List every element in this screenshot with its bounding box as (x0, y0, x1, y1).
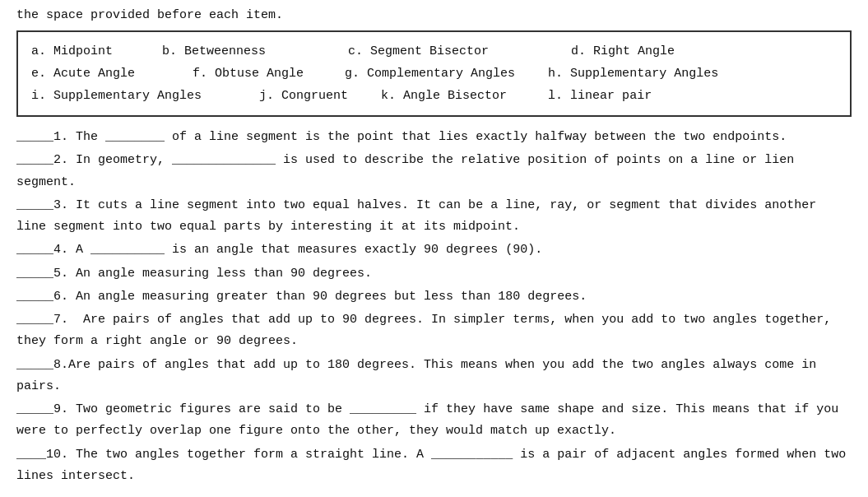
q9-blank-prefix: _____ (16, 402, 53, 416)
q8-number: 8. (53, 358, 68, 372)
q2-text: In geometry, ______________ is used to d… (16, 153, 794, 188)
q8-text: Are pairs of angles that add up to 180 d… (16, 358, 816, 393)
question-6: _____6. An angle measuring greater than … (16, 286, 852, 308)
question-5: _____5. An angle measuring less than 90 … (16, 263, 852, 285)
question-10: ____10. The two angles together form a s… (16, 444, 852, 488)
q8-blank-prefix: _____ (16, 358, 53, 372)
q6-text: An angle measuring greater than 90 degre… (76, 290, 587, 304)
q3-number: 3. (53, 198, 68, 212)
q4-text: A __________ is an angle that measures e… (76, 243, 542, 257)
word-bank-item-h: h. Supplementary Angles (548, 63, 718, 85)
word-bank-item-f: f. Obtuse Angle (193, 63, 304, 85)
word-bank: a. Midpoint b. Betweenness c. Segment Bi… (16, 30, 852, 117)
intro-content: the space provided before each item. (16, 8, 283, 22)
word-bank-item-b: b. Betweenness (162, 40, 266, 63)
q5-blank-prefix: _____ (16, 267, 53, 281)
word-bank-row-1: a. Midpoint b. Betweenness c. Segment Bi… (31, 40, 837, 63)
q2-number: 2. (53, 153, 68, 167)
q5-number: 5. (53, 267, 68, 281)
word-bank-item-e: e. Acute Angle (31, 63, 135, 85)
question-1: _____1. The ________ of a line segment i… (16, 127, 852, 148)
q10-number: 10. (46, 448, 68, 462)
q3-blank-prefix: _____ (16, 198, 53, 212)
question-2: _____2. In geometry, ______________ is u… (16, 150, 852, 193)
questions-section: _____1. The ________ of a line segment i… (16, 127, 852, 487)
q6-blank-prefix: _____ (16, 290, 53, 304)
question-4: _____4. A __________ is an angle that me… (16, 239, 852, 261)
word-bank-item-a: a. Midpoint (31, 40, 113, 63)
question-9: _____9. Two geometric figures are said t… (16, 399, 852, 443)
q7-blank-prefix: _____ (16, 313, 53, 327)
intro-text: the space provided before each item. (16, 8, 852, 22)
word-bank-row-2: e. Acute Angle f. Obtuse Angle g. Comple… (31, 63, 837, 85)
q7-text: Are pairs of angles that add up to 90 de… (16, 313, 831, 348)
q10-blank-prefix: ____ (16, 448, 46, 462)
q4-blank-prefix: _____ (16, 243, 53, 257)
word-bank-row-3: i. Supplementary Angles j. Congruent k. … (31, 85, 837, 107)
q9-text: Two geometric figures are said to be ___… (16, 402, 838, 438)
word-bank-item-c: c. Segment Bisector (348, 40, 489, 63)
q1-blank-prefix: _____ (16, 130, 53, 144)
q6-number: 6. (53, 290, 68, 304)
q9-number: 9. (53, 402, 68, 416)
question-3: _____3. It cuts a line segment into two … (16, 195, 852, 239)
word-bank-item-l: l. linear pair (548, 85, 652, 107)
question-7: _____7. Are pairs of angles that add up … (16, 309, 852, 353)
word-bank-item-j: j. Congruent (259, 85, 348, 107)
word-bank-item-k: k. Angle Bisector (381, 85, 507, 107)
word-bank-item-d: d. Right Angle (571, 40, 675, 63)
q5-text: An angle measuring less than 90 degrees. (76, 267, 372, 281)
q3-text: It cuts a line segment into two equal ha… (16, 198, 816, 234)
q2-blank-prefix: _____ (16, 153, 53, 167)
q10-text: The two angles together form a straight … (16, 448, 846, 483)
word-bank-item-i: i. Supplementary Angles (31, 85, 202, 107)
q1-number: 1. (53, 130, 68, 144)
q7-number: 7. (53, 313, 68, 327)
question-8: _____8.Are pairs of angles that add up t… (16, 355, 852, 398)
word-bank-item-g: g. Complementary Angles (345, 63, 515, 85)
q4-number: 4. (53, 243, 68, 257)
q1-text: The ________ of a line segment is the po… (76, 130, 787, 144)
